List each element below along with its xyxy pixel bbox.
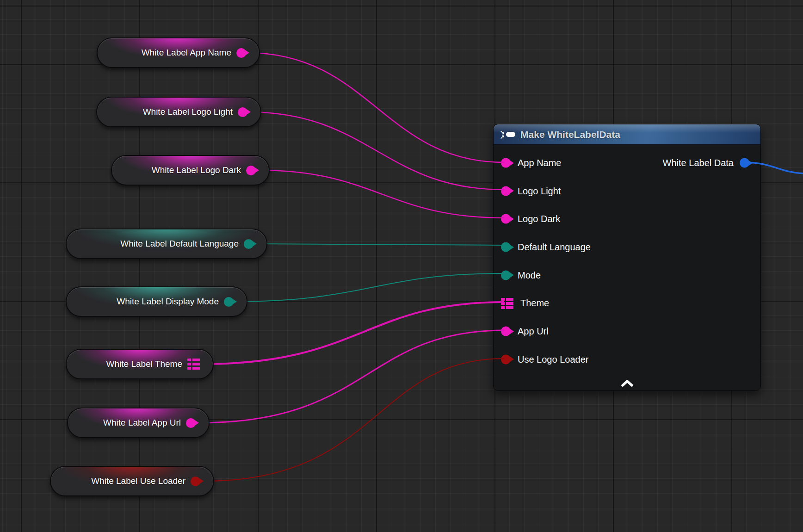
make-node-input-row-logo-light: Logo Light: [501, 186, 561, 196]
wire-theme[interactable]: [202, 302, 504, 364]
make-node-input-row-use-logo-loader: Use Logo Loader: [501, 354, 588, 365]
wire-app-name[interactable]: [247, 53, 504, 162]
white-label-app-name-pin[interactable]: [236, 48, 246, 58]
theme-struct-pin[interactable]: [501, 298, 513, 309]
make-node-input-row-app-url: App Url: [501, 326, 549, 337]
make-node-input-row-app-name: App Name: [501, 158, 562, 168]
make-node-input-label: Default Language: [518, 242, 591, 253]
make-node-input-label: Logo Light: [518, 186, 561, 196]
white-label-logo-dark-pin[interactable]: [246, 166, 256, 175]
make-node-input-label: Theme: [520, 298, 549, 309]
getter-node-white-label-display-mode[interactable]: White Label Display Mode: [66, 286, 247, 317]
collapse-node-button[interactable]: [621, 380, 634, 387]
logo-dark-pin[interactable]: [501, 214, 511, 224]
getter-node-label: White Label App Url: [103, 418, 181, 428]
make-node-input-row-logo-dark: Logo Dark: [501, 214, 560, 224]
getter-node-label: White Label Use Loader: [91, 476, 185, 486]
logo-light-pin[interactable]: [501, 186, 511, 196]
make-node-input-row-mode: Mode: [501, 270, 541, 280]
make-node-input-label: Mode: [518, 270, 541, 280]
getter-node-white-label-default-language[interactable]: White Label Default Language: [66, 229, 267, 259]
make-node-input-row-default-language: Default Language: [501, 242, 591, 253]
white-label-logo-light-pin[interactable]: [238, 107, 247, 117]
mode-pin[interactable]: [501, 270, 511, 280]
getter-node-label: White Label Logo Light: [143, 107, 233, 117]
white-label-display-mode-pin[interactable]: [224, 297, 234, 307]
wire-app-url[interactable]: [199, 330, 504, 423]
getter-node-label: White Label Logo Dark: [152, 165, 241, 175]
make-whitelabeldata-node[interactable]: ↘↗ Make WhiteLabelData App NameLogo Ligh…: [493, 124, 761, 391]
getter-node-label: White Label App Name: [142, 48, 231, 58]
white-label-default-language-pin[interactable]: [244, 239, 253, 249]
getter-node-white-label-logo-light[interactable]: White Label Logo Light: [96, 97, 261, 127]
wire-logo-light[interactable]: [247, 112, 504, 190]
blueprint-graph-canvas[interactable]: ↘↗ Make WhiteLabelData App NameLogo Ligh…: [0, 0, 803, 532]
getter-node-white-label-logo-dark[interactable]: White Label Logo Dark: [111, 155, 270, 186]
make-node-title: Make WhiteLabelData: [520, 129, 620, 140]
getter-node-label: White Label Theme: [106, 359, 182, 369]
make-node-input-label: Logo Dark: [518, 214, 560, 224]
output-pin-label: White Label Data: [663, 158, 734, 168]
app-url-pin[interactable]: [501, 327, 511, 336]
make-node-input-row-theme: Theme: [501, 298, 549, 309]
getter-node-label: White Label Default Language: [120, 239, 239, 249]
getter-node-white-label-app-name[interactable]: White Label App Name: [97, 37, 260, 68]
wire-default-language[interactable]: [253, 244, 504, 245]
white-label-use-loader-pin[interactable]: [191, 476, 200, 486]
make-node-input-label: App Url: [518, 326, 549, 337]
use-logo-loader-pin[interactable]: [501, 354, 511, 364]
make-node-output-row: White Label Data: [663, 158, 749, 168]
wire-logo-dark[interactable]: [259, 170, 504, 218]
white-label-theme-struct-pin[interactable]: [187, 359, 200, 370]
make-node-input-label: Use Logo Loader: [518, 354, 588, 365]
getter-node-white-label-theme[interactable]: White Label Theme: [66, 349, 214, 379]
white-label-app-url-pin[interactable]: [186, 418, 196, 428]
make-node-header[interactable]: ↘↗ Make WhiteLabelData: [494, 124, 760, 145]
make-struct-icon: ↘↗: [500, 130, 515, 139]
getter-node-white-label-use-loader[interactable]: White Label Use Loader: [50, 466, 214, 496]
getter-node-label: White Label Display Mode: [117, 297, 219, 307]
make-node-input-label: App Name: [518, 158, 562, 168]
default-language-pin[interactable]: [501, 242, 511, 252]
wire-display-mode[interactable]: [232, 273, 504, 302]
getter-node-white-label-app-url[interactable]: White Label App Url: [67, 408, 210, 438]
chevron-up-icon: [621, 380, 634, 387]
